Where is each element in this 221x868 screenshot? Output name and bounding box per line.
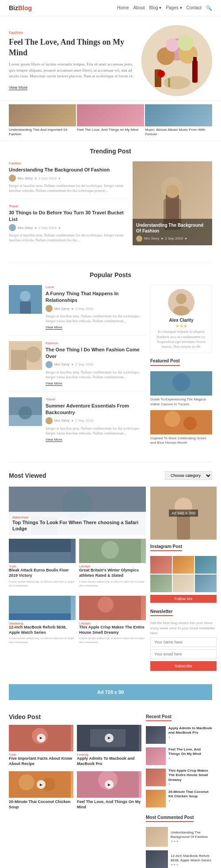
- play-btn-3[interactable]: ▶: [37, 780, 46, 789]
- commented-title-1[interactable]: Understanding The Background Of Fashion: [171, 830, 212, 840]
- trending-card-title-2[interactable]: 30 Things to Do Before You Turn 30 Trave…: [9, 209, 128, 222]
- recent-img-4: [146, 790, 166, 807]
- date-dot-2: ●: [34, 226, 37, 230]
- nav-blog[interactable]: Blog ▾: [149, 5, 162, 11]
- popular-card-title-2[interactable]: The One Thing I Do When Fashion Come Ove…: [46, 346, 146, 359]
- insta-item-2[interactable]: [173, 556, 194, 574]
- video-card-img-3[interactable]: ▶: [9, 771, 73, 798]
- trending-card-title-1[interactable]: Understanding The Background Of Fashion: [9, 167, 128, 173]
- mv-desc-2: Lorem ipsum adipiscing, at ultrices amis…: [79, 580, 146, 588]
- logo[interactable]: BizBlog: [9, 4, 32, 11]
- svg-point-8: [158, 70, 165, 77]
- mv-title-4[interactable]: This Apple Crisp Makes The Entire House …: [79, 625, 146, 635]
- mv-tag-2: Lifestyle: [79, 565, 146, 568]
- instagram-widget: Instagram Post Follow Me: [150, 543, 217, 603]
- nav-home[interactable]: Home: [117, 5, 129, 11]
- thumb-img-1: [9, 104, 76, 126]
- svg-rect-19: [20, 301, 31, 314]
- recent-title-3[interactable]: This Apple Crisp Makes The Entire House …: [168, 769, 212, 782]
- most-commented-title: Most Commented Post: [146, 815, 194, 822]
- video-card-img-2[interactable]: ▶: [77, 725, 141, 751]
- popular-view-more-2[interactable]: View More: [46, 381, 62, 386]
- most-viewed-feature[interactable]: Adventure Top Things To Look For When Th…: [9, 487, 146, 535]
- featured-img-1[interactable]: [150, 371, 212, 396]
- recent-post-widget: Recent Post Apply Admits to MacBook and …: [146, 713, 212, 807]
- recent-content-2: Feel The Love, And Things On My Mind ●: [168, 747, 212, 765]
- overlay-views: ●: [185, 236, 187, 240]
- divider-1: [9, 262, 212, 263]
- thumb-item-3[interactable]: Music: Almost Allows Music From With For…: [145, 104, 212, 137]
- newsletter-subscribe-btn[interactable]: Subscribe: [150, 661, 217, 671]
- mv-title-1[interactable]: Bleak Attack Euros Boulis Fixer 2019 Vic…: [9, 568, 76, 578]
- most-viewed-feature-tag: Adventure: [12, 515, 142, 519]
- popular-title: Popular Posts: [9, 271, 212, 278]
- mv-tag-4: Lifestyle: [79, 622, 146, 625]
- trending-tag-2: Travel: [9, 204, 128, 208]
- insta-item-3[interactable]: [195, 556, 217, 574]
- hero-category: Fashion: [9, 30, 135, 35]
- mv-title-3[interactable]: 12-inch MacBook Refurb $638, Apple Watch…: [9, 625, 76, 635]
- recent-item-2: Feel The Love, And Things On My Mind ●: [146, 747, 212, 765]
- popular-view-more-3[interactable]: View More: [46, 438, 62, 442]
- hero-title: Feel The Love, And Things on My Mind: [9, 37, 135, 58]
- trending-right-image[interactable]: Understanding The Background Of Fashion …: [133, 161, 212, 254]
- nav-contact[interactable]: Contact: [187, 5, 202, 11]
- hero-read-more-link[interactable]: View More: [9, 85, 27, 90]
- recent-content-3: This Apple Crisp Makes The Entire House …: [168, 769, 212, 786]
- instagram-follow-btn[interactable]: Follow Me: [150, 595, 217, 603]
- most-viewed-main-col: Adventure Top Things To Look For When Th…: [9, 487, 146, 671]
- nav-about[interactable]: About: [133, 5, 145, 11]
- video-tag-1: Trails: [9, 753, 73, 756]
- svg-point-5: [178, 35, 194, 51]
- video-title-2[interactable]: Apply Admits To Macbook and MacBook Pro: [77, 756, 141, 766]
- play-btn-2[interactable]: ▶: [105, 734, 114, 742]
- ad-banner[interactable]: Ad 728 x 90: [9, 684, 212, 700]
- thumb-item-2[interactable]: Feel The Love, And Things on My Mind: [77, 104, 144, 137]
- newsletter-email-input[interactable]: [150, 649, 217, 659]
- video-title-4[interactable]: Feel The Love, And Things On My Mind: [77, 799, 141, 810]
- svg-rect-11: [193, 57, 197, 62]
- navigation: BizBlog Home About Blog ▾ Pages ▾ Contac…: [0, 0, 221, 16]
- search-icon[interactable]: 🔍: [206, 5, 212, 11]
- recent-title-4[interactable]: 20-Minute Thai Coconut Kit Chicken Soup: [168, 790, 212, 799]
- insta-item-1[interactable]: [150, 556, 172, 574]
- trending-overlay-author: Mrs Story ● 2 Sep 2019 ●: [136, 236, 209, 242]
- nav-pages[interactable]: Pages ▾: [166, 5, 182, 11]
- insta-item-6[interactable]: [195, 575, 217, 592]
- overlay-author-name: Mrs Story: [144, 236, 159, 240]
- popular-card-title-3[interactable]: Summer Adventure Essentials From Backcou…: [46, 403, 146, 415]
- popular-date-2: 2 Sep 2019: [75, 362, 93, 366]
- featured-img-2[interactable]: [150, 410, 212, 434]
- popular-card-title-1[interactable]: A Funny Thing That Happens In Relationsh…: [46, 290, 146, 303]
- thumb-caption-3: Music: Almost Allows Music From With For…: [145, 128, 212, 137]
- commented-img-1: [146, 827, 168, 847]
- popular-card-img-1: [9, 285, 42, 314]
- svg-point-21: [25, 346, 41, 362]
- play-btn-1[interactable]: ▶: [37, 734, 46, 742]
- video-title-1[interactable]: Five Important Facts About Know About Re…: [9, 756, 73, 766]
- insta-item-4[interactable]: [150, 575, 172, 592]
- video-title-3[interactable]: 20-Minute Thai Coconut Chicken Soup: [9, 799, 73, 810]
- newsletter-name-input[interactable]: [150, 637, 217, 647]
- commented-item-1: Understanding The Background Of Fashion …: [146, 827, 212, 847]
- sidebar-person-card: Alex Clarity ★★★ In consequat vulputat s…: [150, 285, 212, 353]
- recent-title-2[interactable]: Feel The Love, And Things On My Mind: [168, 747, 212, 757]
- recent-date-4: ●: [168, 799, 212, 802]
- commented-title-2[interactable]: 12-inch MacBook Refurb $638, Apple Watch…: [171, 854, 212, 863]
- video-card-img-1[interactable]: ▶: [9, 725, 73, 751]
- recent-title-1[interactable]: Apply Admits to MacBook and MacBook Pro: [168, 726, 212, 735]
- popular-view-more-1[interactable]: View More: [46, 325, 62, 330]
- trending-desc-1: Integer at faucibus urna. Nullam condime…: [9, 183, 128, 193]
- svg-point-45: [98, 597, 114, 613]
- thumb-item-1[interactable]: Understanding This And Important 04 Fash…: [9, 104, 76, 137]
- recent-date-2: ●: [168, 757, 212, 760]
- mv-title-2[interactable]: Great Britain's Winter Olympics athletes…: [79, 568, 146, 578]
- popular-card-content-3: Travel Summer Adventure Essentials From …: [46, 397, 146, 442]
- category-select[interactable]: Choose category: [165, 471, 212, 480]
- video-card-img-4[interactable]: ▶: [77, 771, 141, 798]
- insta-item-5[interactable]: [173, 575, 194, 592]
- trending-desc-2: Integer at faucibus urna. Nullam condime…: [9, 233, 128, 243]
- play-btn-4[interactable]: ▶: [105, 780, 114, 789]
- svg-rect-15: [166, 194, 179, 219]
- mv-card-3: Gardening 12-inch MacBook Refurb $638, A…: [9, 596, 76, 645]
